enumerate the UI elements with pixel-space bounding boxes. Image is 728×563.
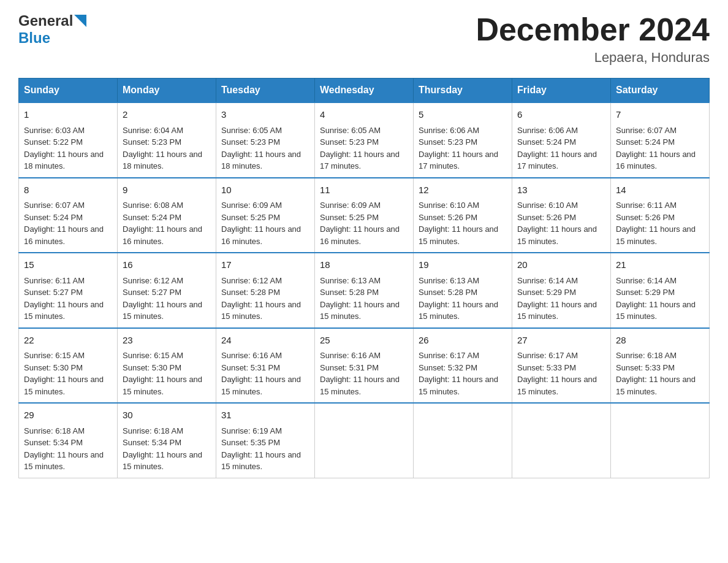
- calendar-cell: 3Sunrise: 6:05 AMSunset: 5:23 PMDaylight…: [216, 102, 315, 178]
- day-info: Sunrise: 6:10 AMSunset: 5:26 PMDaylight:…: [419, 201, 498, 246]
- logo-text-blue: Blue: [18, 29, 50, 47]
- day-number: 4: [320, 108, 408, 122]
- calendar-cell: 2Sunrise: 6:04 AMSunset: 5:23 PMDaylight…: [118, 102, 216, 178]
- day-number: 21: [616, 258, 704, 272]
- col-header-sunday: Sunday: [19, 79, 118, 103]
- day-info: Sunrise: 6:18 AMSunset: 5:34 PMDaylight:…: [24, 426, 104, 472]
- day-info: Sunrise: 6:13 AMSunset: 5:28 PMDaylight:…: [419, 276, 498, 321]
- col-header-tuesday: Tuesday: [216, 79, 315, 103]
- calendar-cell: 20Sunrise: 6:14 AMSunset: 5:29 PMDayligh…: [512, 253, 611, 328]
- calendar-cell: 26Sunrise: 6:17 AMSunset: 5:32 PMDayligh…: [414, 328, 512, 404]
- day-info: Sunrise: 6:07 AMSunset: 5:24 PMDaylight:…: [616, 126, 696, 171]
- day-number: 29: [24, 408, 112, 423]
- day-info: Sunrise: 6:10 AMSunset: 5:26 PMDaylight:…: [517, 201, 597, 246]
- day-number: 14: [616, 183, 704, 197]
- day-number: 8: [24, 183, 112, 197]
- day-number: 1: [24, 108, 112, 122]
- calendar-cell: 16Sunrise: 6:12 AMSunset: 5:27 PMDayligh…: [118, 253, 216, 328]
- col-header-thursday: Thursday: [414, 79, 512, 103]
- calendar-cell: 11Sunrise: 6:09 AMSunset: 5:25 PMDayligh…: [315, 178, 414, 253]
- day-info: Sunrise: 6:07 AMSunset: 5:24 PMDaylight:…: [24, 201, 104, 246]
- calendar-cell: 5Sunrise: 6:06 AMSunset: 5:23 PMDaylight…: [414, 102, 512, 178]
- col-header-friday: Friday: [512, 79, 611, 103]
- page-header: General Blue December 2024 Lepaera, Hond…: [18, 12, 710, 66]
- col-header-monday: Monday: [118, 79, 216, 103]
- col-header-wednesday: Wednesday: [315, 79, 414, 103]
- day-number: 12: [419, 183, 507, 197]
- calendar-cell: 18Sunrise: 6:13 AMSunset: 5:28 PMDayligh…: [315, 253, 414, 328]
- calendar-cell: [512, 403, 611, 478]
- day-number: 30: [123, 408, 211, 423]
- day-info: Sunrise: 6:14 AMSunset: 5:29 PMDaylight:…: [616, 276, 696, 321]
- day-info: Sunrise: 6:12 AMSunset: 5:27 PMDaylight:…: [123, 276, 202, 321]
- day-info: Sunrise: 6:13 AMSunset: 5:28 PMDaylight:…: [320, 276, 400, 321]
- calendar-cell: 24Sunrise: 6:16 AMSunset: 5:31 PMDayligh…: [216, 328, 315, 404]
- day-info: Sunrise: 6:06 AMSunset: 5:24 PMDaylight:…: [517, 126, 597, 171]
- day-number: 25: [320, 334, 408, 348]
- day-number: 24: [221, 334, 309, 348]
- calendar-header: SundayMondayTuesdayWednesdayThursdayFrid…: [19, 79, 710, 103]
- day-info: Sunrise: 6:05 AMSunset: 5:23 PMDaylight:…: [320, 126, 400, 171]
- day-number: 26: [419, 334, 507, 348]
- calendar-title: December 2024: [476, 12, 710, 47]
- day-info: Sunrise: 6:06 AMSunset: 5:23 PMDaylight:…: [419, 126, 498, 171]
- calendar-cell: 31Sunrise: 6:19 AMSunset: 5:35 PMDayligh…: [216, 403, 315, 478]
- day-info: Sunrise: 6:12 AMSunset: 5:28 PMDaylight:…: [221, 276, 301, 321]
- logo-text-general: General: [18, 12, 73, 29]
- day-info: Sunrise: 6:08 AMSunset: 5:24 PMDaylight:…: [123, 201, 202, 246]
- title-block: December 2024 Lepaera, Honduras: [476, 12, 710, 66]
- calendar-cell: 1Sunrise: 6:03 AMSunset: 5:22 PMDaylight…: [19, 102, 118, 178]
- day-info: Sunrise: 6:16 AMSunset: 5:31 PMDaylight:…: [320, 351, 400, 396]
- calendar-week-2: 8Sunrise: 6:07 AMSunset: 5:24 PMDaylight…: [19, 178, 710, 253]
- day-info: Sunrise: 6:04 AMSunset: 5:23 PMDaylight:…: [123, 126, 202, 171]
- calendar-cell: 15Sunrise: 6:11 AMSunset: 5:27 PMDayligh…: [19, 253, 118, 328]
- calendar-cell: 19Sunrise: 6:13 AMSunset: 5:28 PMDayligh…: [414, 253, 512, 328]
- day-number: 11: [320, 183, 408, 197]
- day-number: 19: [419, 258, 507, 272]
- calendar-cell: 23Sunrise: 6:15 AMSunset: 5:30 PMDayligh…: [118, 328, 216, 404]
- day-info: Sunrise: 6:18 AMSunset: 5:33 PMDaylight:…: [616, 351, 696, 396]
- calendar-cell: 14Sunrise: 6:11 AMSunset: 5:26 PMDayligh…: [611, 178, 710, 253]
- calendar-cell: 22Sunrise: 6:15 AMSunset: 5:30 PMDayligh…: [19, 328, 118, 404]
- day-info: Sunrise: 6:17 AMSunset: 5:33 PMDaylight:…: [517, 351, 597, 396]
- calendar-cell: 17Sunrise: 6:12 AMSunset: 5:28 PMDayligh…: [216, 253, 315, 328]
- calendar-cell: 9Sunrise: 6:08 AMSunset: 5:24 PMDaylight…: [118, 178, 216, 253]
- logo-triangle-icon: [74, 15, 86, 27]
- day-number: 22: [24, 334, 112, 348]
- day-info: Sunrise: 6:14 AMSunset: 5:29 PMDaylight:…: [517, 276, 597, 321]
- day-info: Sunrise: 6:09 AMSunset: 5:25 PMDaylight:…: [221, 201, 301, 246]
- day-number: 13: [517, 183, 605, 197]
- calendar-cell: [611, 403, 710, 478]
- calendar-cell: [315, 403, 414, 478]
- day-info: Sunrise: 6:11 AMSunset: 5:26 PMDaylight:…: [616, 201, 696, 246]
- day-info: Sunrise: 6:17 AMSunset: 5:32 PMDaylight:…: [419, 351, 498, 396]
- calendar-cell: 30Sunrise: 6:18 AMSunset: 5:34 PMDayligh…: [118, 403, 216, 478]
- calendar-cell: 29Sunrise: 6:18 AMSunset: 5:34 PMDayligh…: [19, 403, 118, 478]
- day-number: 27: [517, 334, 605, 348]
- calendar-cell: 10Sunrise: 6:09 AMSunset: 5:25 PMDayligh…: [216, 178, 315, 253]
- day-number: 10: [221, 183, 309, 197]
- calendar-table: SundayMondayTuesdayWednesdayThursdayFrid…: [18, 78, 710, 478]
- logo: General Blue: [18, 12, 86, 47]
- day-info: Sunrise: 6:03 AMSunset: 5:22 PMDaylight:…: [24, 126, 104, 171]
- day-info: Sunrise: 6:16 AMSunset: 5:31 PMDaylight:…: [221, 351, 301, 396]
- calendar-cell: 13Sunrise: 6:10 AMSunset: 5:26 PMDayligh…: [512, 178, 611, 253]
- day-number: 23: [123, 334, 211, 348]
- svg-marker-0: [74, 15, 86, 27]
- calendar-week-1: 1Sunrise: 6:03 AMSunset: 5:22 PMDaylight…: [19, 102, 710, 178]
- calendar-cell: [414, 403, 512, 478]
- day-info: Sunrise: 6:19 AMSunset: 5:35 PMDaylight:…: [221, 426, 301, 472]
- day-info: Sunrise: 6:18 AMSunset: 5:34 PMDaylight:…: [123, 426, 202, 472]
- day-number: 28: [616, 334, 704, 348]
- day-number: 15: [24, 258, 112, 272]
- calendar-cell: 12Sunrise: 6:10 AMSunset: 5:26 PMDayligh…: [414, 178, 512, 253]
- calendar-cell: 7Sunrise: 6:07 AMSunset: 5:24 PMDaylight…: [611, 102, 710, 178]
- calendar-cell: 8Sunrise: 6:07 AMSunset: 5:24 PMDaylight…: [19, 178, 118, 253]
- day-number: 31: [221, 408, 309, 423]
- day-number: 18: [320, 258, 408, 272]
- day-info: Sunrise: 6:09 AMSunset: 5:25 PMDaylight:…: [320, 201, 400, 246]
- day-info: Sunrise: 6:05 AMSunset: 5:23 PMDaylight:…: [221, 126, 301, 171]
- calendar-cell: 21Sunrise: 6:14 AMSunset: 5:29 PMDayligh…: [611, 253, 710, 328]
- calendar-cell: 25Sunrise: 6:16 AMSunset: 5:31 PMDayligh…: [315, 328, 414, 404]
- calendar-cell: 28Sunrise: 6:18 AMSunset: 5:33 PMDayligh…: [611, 328, 710, 404]
